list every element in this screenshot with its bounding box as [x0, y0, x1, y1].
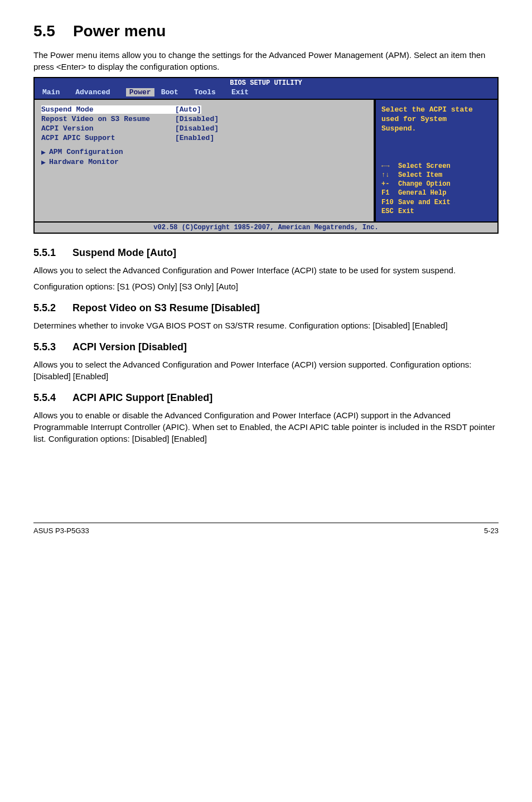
subsection-heading-551: 5.5.1Suspend Mode [Auto] [33, 247, 499, 259]
submenu-group: ▶ APM Configuration ▶ Hardware Monitor [41, 148, 367, 167]
legend-row: ←→Select Screen [381, 162, 492, 171]
legend-row: +-Change Option [381, 180, 492, 189]
option-label: ACPI Version [41, 124, 175, 133]
section-heading: 5.5Power menu [33, 22, 499, 40]
submenu-apm-configuration[interactable]: ▶ APM Configuration [41, 148, 367, 157]
tab-main[interactable]: Main [42, 88, 69, 96]
legend-label: Save and Exit [398, 199, 451, 206]
section-number: 5.5 [33, 22, 55, 40]
paragraph: Allows you to enable or disable the Adva… [33, 409, 499, 445]
triangle-right-icon: ▶ [41, 148, 49, 157]
option-acpi-apic-support[interactable]: ACPI APIC Support [Enabled] [41, 134, 367, 142]
tab-advanced[interactable]: Advanced [75, 88, 119, 96]
legend-label: Select Screen [398, 162, 451, 170]
bios-setup-window: BIOS SETUP UTILITY Main Advanced Power B… [33, 77, 499, 234]
legend-label: Exit [398, 207, 414, 215]
arrows-vertical-icon: ↑↓ [381, 171, 398, 180]
tab-boot[interactable]: Boot [161, 88, 187, 96]
subsection-number: 5.5.1 [33, 247, 72, 259]
subsection-title: ACPI APIC Support [Enabled] [72, 392, 212, 403]
submenu-label: Hardware Monitor [49, 158, 119, 167]
key-esc: ESC [381, 207, 398, 216]
legend-row: ESCExit [381, 207, 492, 216]
option-value: [Enabled] [175, 134, 214, 142]
paragraph: Allows you to select the Advanced Config… [33, 264, 499, 276]
subsection-title: Suspend Mode [Auto] [72, 247, 176, 258]
paragraph: Determines whether to invoke VGA BIOS PO… [33, 320, 499, 331]
subsection-number: 5.5.3 [33, 341, 72, 353]
legend-label: General Help [398, 189, 446, 197]
key-f10: F10 [381, 198, 398, 207]
option-suspend-mode[interactable]: Suspend Mode [Auto] [41, 105, 367, 114]
bios-body: Suspend Mode [Auto] Repost Video on S3 R… [35, 99, 497, 221]
subsection-number: 5.5.2 [33, 302, 72, 314]
submenu-hardware-monitor[interactable]: ▶ Hardware Monitor [41, 158, 367, 167]
help-line: Suspend. [381, 124, 492, 134]
subsection-heading-553: 5.5.3ACPI Version [Disabled] [33, 341, 499, 353]
bios-options-panel: Suspend Mode [Auto] Repost Video on S3 R… [35, 99, 375, 221]
subsection-title: ACPI Version [Disabled] [72, 341, 187, 352]
legend-label: Select Item [398, 171, 442, 179]
subsection-title: Repost Video on S3 Resume [Disabled] [72, 302, 260, 313]
bios-title-bar: BIOS SETUP UTILITY [35, 78, 497, 88]
option-value: [Disabled] [175, 124, 219, 133]
legend-row: F1General Help [381, 189, 492, 197]
footer-right: 5-23 [484, 526, 499, 535]
intro-paragraph: The Power menu items allow you to change… [33, 49, 499, 73]
subsection-heading-554: 5.5.4ACPI APIC Support [Enabled] [33, 392, 499, 404]
bios-tab-bar: Main Advanced Power Boot Tools Exit [35, 88, 497, 99]
footer-left: ASUS P3-P5G33 [33, 526, 89, 535]
option-acpi-version[interactable]: ACPI Version [Disabled] [41, 124, 367, 133]
tab-exit[interactable]: Exit [231, 88, 258, 96]
legend-row: F10Save and Exit [381, 198, 492, 207]
option-value: [Auto] [175, 105, 201, 114]
option-value: [Disabled] [175, 115, 219, 123]
section-title-text: Power menu [73, 22, 166, 40]
tab-power[interactable]: Power [126, 88, 154, 96]
key-plus-minus: +- [381, 180, 398, 189]
page-footer: ASUS P3-P5G33 5-23 [33, 523, 499, 535]
key-f1: F1 [381, 189, 398, 197]
subsection-number: 5.5.4 [33, 392, 72, 404]
option-repost-video[interactable]: Repost Video on S3 Resume [Disabled] [41, 115, 367, 123]
bios-help-panel: Select the ACPI state used for System Su… [375, 99, 497, 221]
help-line: used for System [381, 115, 492, 124]
option-label: Suspend Mode [41, 105, 175, 114]
triangle-right-icon: ▶ [41, 158, 49, 167]
bios-copyright-footer: v02.58 (C)Copyright 1985-2007, American … [35, 221, 497, 233]
tab-tools[interactable]: Tools [194, 88, 225, 96]
legend-row: ↑↓Select Item [381, 171, 492, 180]
help-line: Select the ACPI state [381, 105, 492, 115]
help-text: Select the ACPI state used for System Su… [381, 105, 492, 134]
legend-label: Change Option [398, 180, 451, 188]
subsection-heading-552: 5.5.2Repost Video on S3 Resume [Disabled… [33, 302, 499, 314]
option-label: ACPI APIC Support [41, 134, 175, 142]
arrows-horizontal-icon: ←→ [381, 162, 398, 171]
option-label: Repost Video on S3 Resume [41, 115, 175, 123]
key-legend: ←→Select Screen ↑↓Select Item +-Change O… [381, 162, 492, 216]
paragraph: Allows you to select the Advanced Config… [33, 359, 499, 382]
paragraph: Configuration options: [S1 (POS) Only] [… [33, 281, 499, 292]
submenu-label: APM Configuration [49, 148, 123, 157]
